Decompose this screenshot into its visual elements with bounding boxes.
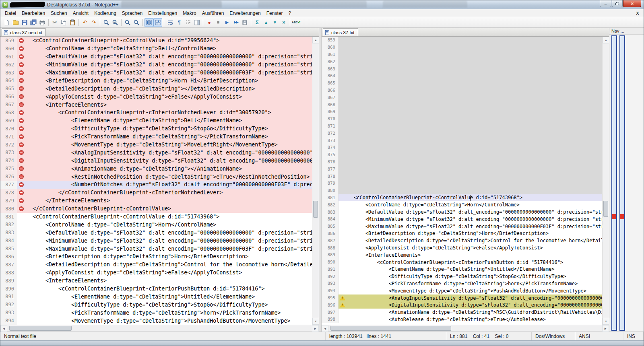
code-text[interactable]: <ApplyToConsist d:type="cDeltaString">eF… xyxy=(25,94,312,100)
previous-diff-icon[interactable]: ▲ xyxy=(262,18,270,27)
copy-icon[interactable] xyxy=(59,18,68,27)
word-wrap-icon[interactable] xyxy=(166,18,175,27)
code-text[interactable]: <MovementType d:type="cDeltaString">Push… xyxy=(25,318,312,324)
replace-icon[interactable]: ab xyxy=(111,18,120,27)
scroll-left-icon[interactable]: ◀ xyxy=(322,325,328,332)
clear-compare-icon[interactable]: × xyxy=(279,18,288,27)
save-all-icon[interactable] xyxy=(29,18,38,27)
menu-kodierung[interactable]: Kodierung xyxy=(91,10,119,17)
indent-guide-icon[interactable] xyxy=(184,18,192,27)
save-macro-icon[interactable] xyxy=(240,18,249,27)
code-text[interactable]: </InterfaceElements> xyxy=(25,198,312,204)
play-macro-icon[interactable]: ▶ xyxy=(223,18,231,27)
document-map-icon[interactable] xyxy=(192,18,201,27)
scroll-left-icon[interactable]: ◀ xyxy=(0,325,7,332)
code-text[interactable]: <RestInNotchedPosition d:type="cDeltaStr… xyxy=(25,174,312,180)
code-text[interactable]: <ControlName d:type="cDeltaString">Horn<… xyxy=(25,222,312,228)
code-text[interactable]: <ControlName d:type="cDeltaString">Bell<… xyxy=(25,45,312,51)
restore-button[interactable] xyxy=(612,0,623,7)
minimize-button[interactable]: – xyxy=(600,0,611,7)
menu-fenster[interactable]: Fenster xyxy=(264,10,286,17)
code-text[interactable]: <MovementType d:type="cDeltaString">Move… xyxy=(25,142,312,148)
close-button[interactable]: ✕ xyxy=(623,0,641,7)
zoom-out-icon[interactable] xyxy=(132,18,141,27)
pane-splitter[interactable] xyxy=(319,28,322,332)
code-text[interactable]: <BriefDescription d:type="cDeltaString">… xyxy=(25,78,312,84)
code-text[interactable]: <cControlContainerBlueprint-cInteriorPus… xyxy=(25,286,312,292)
code-text[interactable]: </cControlContainerBlueprint-cControlVal… xyxy=(25,206,312,212)
scrollbar-thumb[interactable] xyxy=(9,326,72,331)
code-text[interactable]: <DetailedDescription d:type="cDeltaStrin… xyxy=(25,86,312,92)
next-diff-icon[interactable]: ▼ xyxy=(270,18,279,27)
code-text[interactable]: <ElementName d:type="cDeltaString">Untit… xyxy=(347,266,602,272)
code-text[interactable]: <MaximumValue d:type="sFloat32" d:alt_en… xyxy=(25,70,312,76)
code-text[interactable]: <PickTransformName d:type="cDeltaString"… xyxy=(25,134,312,140)
code-text[interactable]: <DetailedDescription d:type="cDeltaStrin… xyxy=(347,238,602,243)
code-text[interactable]: <DigitalInputSensitivity d:type="sFloat3… xyxy=(25,158,312,164)
menu-bearbeiten[interactable]: Bearbeiten xyxy=(19,10,48,17)
code-text[interactable]: <MinimumValue d:type="sFloat32" d:alt_en… xyxy=(347,216,602,222)
code-text[interactable]: <AutoRelease d:type="cDeltaString">eTrue… xyxy=(347,317,602,322)
undo-icon[interactable]: ↶ xyxy=(80,18,89,27)
nav-map-left-document[interactable] xyxy=(611,35,617,331)
tab-class-37-neu[interactable]: class 37 neu.txt xyxy=(2,28,46,36)
scrollbar-thumb[interactable] xyxy=(330,326,451,331)
code-text[interactable]: <PickTransformName d:type="cDeltaString"… xyxy=(347,281,602,286)
code-text[interactable]: <AnimationName d:type="cDeltaString">RSC… xyxy=(347,309,602,315)
code-text[interactable]: <ControlName d:type="cDeltaString">Horn<… xyxy=(347,202,602,208)
redo-icon[interactable]: ↷ xyxy=(89,18,98,27)
cut-icon[interactable]: ✂ xyxy=(50,18,59,27)
stop-macro-icon[interactable]: ■ xyxy=(214,18,223,27)
menu-sprachen[interactable]: Sprachen xyxy=(119,10,145,17)
run-macro-multiple-icon[interactable]: ▶▶ xyxy=(231,18,240,27)
menu-suchen[interactable]: Suchen xyxy=(48,10,70,17)
code-text[interactable]: <MinimumValue d:type="sFloat32" d:alt_en… xyxy=(25,238,312,244)
nav-map-right-document[interactable] xyxy=(619,35,625,331)
print-icon[interactable] xyxy=(38,18,47,27)
zoom-in-icon[interactable] xyxy=(123,18,132,27)
code-text[interactable]: <ApplyToConsist d:type="cDeltaString">eF… xyxy=(25,270,312,276)
find-icon[interactable] xyxy=(102,18,111,27)
code-text[interactable]: <InterfaceElements> xyxy=(25,102,312,108)
code-text[interactable]: <ApplyToConsist d:type="cDeltaString">eF… xyxy=(347,245,602,251)
code-text[interactable]: <ElementName d:type="cDeltaString">Bell<… xyxy=(25,117,312,124)
sync-vertical-scroll-icon[interactable] xyxy=(144,18,153,27)
left-horizontal-scrollbar[interactable]: ◀ ▶ xyxy=(0,325,319,332)
menu-makro[interactable]: Makro xyxy=(180,10,199,17)
code-text[interactable]: <AnimationName d:type="cDeltaString"></A… xyxy=(25,166,312,172)
left-vertical-scrollbar[interactable]: ▲ ▼ xyxy=(312,37,319,325)
code-text[interactable]: <DetailedDescription d:type="cDeltaStrin… xyxy=(25,262,312,268)
scrollbar-thumb[interactable] xyxy=(603,201,608,217)
menu-ausfhren[interactable]: Ausführen xyxy=(199,10,227,17)
code-text[interactable]: <BriefDescription d:type="cDeltaString">… xyxy=(347,231,602,236)
menu-ansicht[interactable]: Ansicht xyxy=(70,10,91,17)
menu-einstellungen[interactable]: Einstellungen xyxy=(145,10,180,17)
code-text[interactable]: </cControlContainerBlueprint-cInteriorNo… xyxy=(25,189,312,196)
new-file-icon[interactable] xyxy=(2,18,11,27)
code-text[interactable]: <DifficultyType d:type="cDeltaString">St… xyxy=(347,274,602,279)
scrollbar-thumb[interactable] xyxy=(313,201,318,218)
spell-check-icon[interactable]: ABC✔ xyxy=(292,18,301,27)
code-text[interactable]: <MinimumValue d:type="sFloat32" d:alt_en… xyxy=(25,62,312,68)
right-vertical-scrollbar[interactable]: ▲ ▼ xyxy=(602,37,609,325)
menu-?[interactable]: ? xyxy=(285,10,294,17)
code-text[interactable]: <DigitalInputSensitivity d:type="sFloat3… xyxy=(347,302,602,308)
code-text[interactable]: <cControlContainerBlueprint-cInteriorPus… xyxy=(347,260,602,265)
code-text[interactable]: <DefaultValue d:type="sFloat32" d:alt_en… xyxy=(25,230,312,236)
right-horizontal-scrollbar[interactable]: ◀ ▶ xyxy=(322,325,609,332)
code-text[interactable]: <cControlContainerBlueprint-cControlValu… xyxy=(25,214,312,220)
menu-erweiterungen[interactable]: Erweiterungen xyxy=(227,10,263,17)
code-text[interactable]: <cControlContainerBlueprint-cControlValu… xyxy=(347,195,602,201)
code-text[interactable]: <NumberOfNotches d:type="sFloat32" d:alt… xyxy=(25,181,312,187)
code-text[interactable]: <cControlContainerBlueprint-cControlValu… xyxy=(25,37,312,43)
code-text[interactable]: <ElementName d:type="cDeltaString">Untit… xyxy=(25,294,312,300)
code-text[interactable]: <MaximumValue d:type="sFloat32" d:alt_en… xyxy=(25,246,312,252)
code-text[interactable]: <MaximumValue d:type="sFloat32" d:alt_en… xyxy=(347,224,602,229)
code-text[interactable]: <AnalogInputSensitivity d:type="sFloat32… xyxy=(347,295,602,301)
code-text[interactable]: <cControlContainerBlueprint-cInteriorNot… xyxy=(25,109,312,115)
save-icon[interactable] xyxy=(20,18,29,27)
code-text[interactable]: <InterfaceElements> xyxy=(25,278,312,284)
code-text[interactable]: <InterfaceElements> xyxy=(347,252,602,258)
sync-horizontal-scroll-icon[interactable] xyxy=(153,18,162,27)
open-file-icon[interactable] xyxy=(11,18,20,27)
